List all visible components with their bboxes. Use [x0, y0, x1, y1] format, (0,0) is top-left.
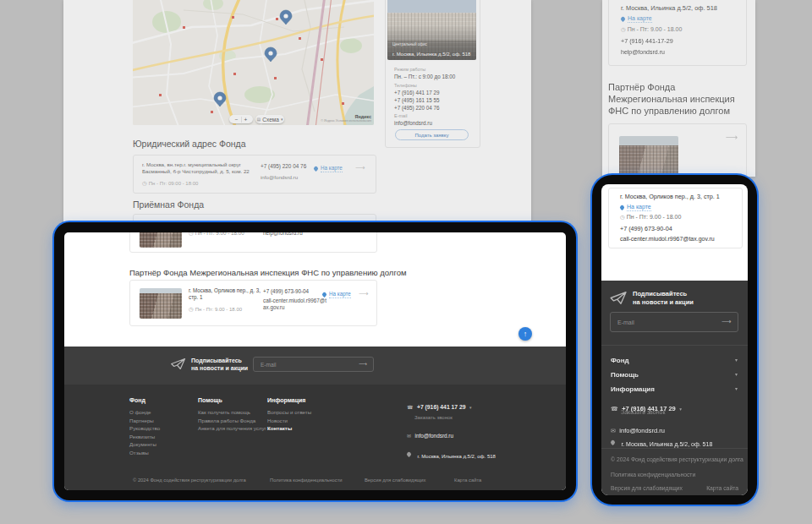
office-email[interactable]: info@fondsrd.ru	[394, 120, 432, 126]
zoom-in-button[interactable]: +	[242, 117, 250, 123]
partner-address: г. Москва, Орликов пер., д. 3, стр. 1	[620, 193, 720, 200]
privacy-link[interactable]: Политика конфиденциальности	[270, 478, 343, 483]
office-email[interactable]: help@fondsrd.ru	[621, 49, 665, 55]
callback-link[interactable]: Заказать звонок	[621, 409, 665, 415]
office-photo: Центральный офис г. Москва, Ильинка д.5/…	[387, 0, 476, 60]
menu-item-info[interactable]: Информация	[611, 385, 655, 393]
office-phone[interactable]: +7 (916) 441-17-29	[621, 37, 673, 45]
menu-item-help[interactable]: Помощь	[611, 371, 639, 379]
office-phone[interactable]: +7 (916) 441 17 29	[394, 90, 439, 96]
legal-hours: ◷Пн - Пт: 09:00 - 18:00	[142, 180, 198, 187]
divider	[601, 345, 748, 346]
chevron-down-icon[interactable]: ▾	[735, 385, 738, 391]
location-pin-icon	[321, 292, 327, 297]
paper-plane-icon	[171, 358, 186, 370]
clock-icon: ◷	[189, 306, 194, 312]
arrow-right-icon[interactable]: ⟶	[355, 164, 365, 172]
footer-link-contacts[interactable]: Контакты	[267, 424, 311, 433]
reception-title: Приёмная Фонда	[133, 199, 204, 210]
footer-link[interactable]: Анкета для получения услуг	[198, 424, 266, 433]
desktop-artboard: − + ▤ Схема ▾ Яндекс © Яндекс Условия ис…	[63, 0, 531, 230]
arrow-right-icon[interactable]: ⟶	[359, 290, 368, 297]
partner-email[interactable]: call-center.miudol.r9967@tax.gov.ru	[263, 297, 329, 311]
envelope-icon: ✉	[611, 428, 616, 434]
footer-link[interactable]: Партнеры	[129, 417, 160, 425]
legal-phone[interactable]: +7 (495) 220 04 76	[261, 163, 306, 169]
yandex-logo: Яндекс	[321, 114, 371, 120]
footer-link[interactable]: Правила работы Фонда	[198, 417, 266, 425]
envelope-icon: ✉	[407, 434, 411, 439]
mobile-partner-card: ⟶	[608, 123, 747, 177]
copyright: © 2024 Фонд содействия реструктуризации …	[133, 478, 246, 483]
map-layer-switcher[interactable]: ▤ Схема ▾	[255, 115, 284, 123]
map-zoom-control[interactable]: − +	[229, 115, 253, 123]
subscribe-submit-arrow[interactable]: ⟶	[721, 318, 731, 325]
subscribe-submit-arrow[interactable]: ⟶	[359, 361, 367, 368]
phone-footer: Подписывайтесь на новости и акции ⟶ Фонд…	[601, 281, 748, 495]
footer-link[interactable]: Реквизиты	[129, 433, 160, 441]
clock-icon: ◷	[620, 214, 625, 220]
office-address-overlay: г. Москва, Ильинка д.5/2, оф. 518	[392, 52, 473, 57]
chevron-down-icon[interactable]: ▾	[735, 371, 738, 377]
clock-icon: ◷	[142, 180, 147, 186]
arrow-right-icon[interactable]: ⟶	[726, 133, 738, 142]
footer-link[interactable]: Руководство	[129, 424, 160, 433]
footer-link[interactable]: О фонде	[129, 408, 160, 417]
map[interactable]: − + ▤ Схема ▾ Яндекс © Яндекс Условия ис…	[133, 0, 374, 125]
reception-photo	[140, 232, 182, 248]
copyright: © 2024 Фонд содействия реструктуризации …	[611, 456, 743, 462]
partner-email[interactable]: call-center.miudol.r9967@tax.gov.ru	[620, 236, 715, 242]
email-label: E-mail	[394, 113, 408, 118]
footer-link[interactable]: Новости	[267, 417, 311, 425]
scroll-to-top-button[interactable]: ↑	[518, 327, 532, 341]
footer-link[interactable]: Вопросы и ответы	[267, 408, 311, 417]
footer-link[interactable]: Как получить помощь	[198, 408, 266, 417]
legal-map-link[interactable]: На карте	[314, 165, 343, 172]
clock-icon: ◷	[189, 232, 194, 236]
sitemap-link[interactable]: Карта сайта	[454, 478, 481, 483]
office-phone[interactable]: +7 (495) 220 04 76	[394, 105, 439, 111]
reception-email[interactable]: help@fondsrd.ru	[263, 232, 303, 236]
phone-icon: ☎	[407, 405, 413, 410]
accessibility-link[interactable]: Версия для слабовидящих	[365, 478, 426, 483]
partner-phone[interactable]: +7 (499) 673-90-04	[263, 288, 309, 294]
partner-card: г. Москва, Орликов пер., д. 3, стр. 1 На…	[608, 188, 743, 248]
map-terms-link[interactable]: © Яндекс Условия использования	[321, 119, 371, 123]
chevron-down-icon: ▾	[469, 405, 472, 410]
map-attribution: Яндекс © Яндекс Условия использования	[321, 114, 371, 123]
phone-icon: ☎	[611, 406, 618, 412]
chevron-down-icon[interactable]: ▾	[735, 357, 738, 363]
phones-label: Телефоны	[394, 83, 417, 88]
zoom-out-button[interactable]: −	[233, 117, 242, 123]
partner-hours: ◷Пн - Пт: 9.00 - 18.00	[620, 214, 681, 221]
phone-device-frame: г. Москва, Орликов пер., д. 3, стр. 1 На…	[592, 175, 757, 505]
phone-screen: г. Москва, Орликов пер., д. 3, стр. 1 На…	[601, 184, 748, 495]
legal-address-card: г. Москва, вн.тер.г. муниципальный округ…	[133, 155, 376, 194]
footer-email-row[interactable]: ✉ info@fondsrd.ru	[407, 426, 496, 441]
partner-photo	[140, 288, 182, 319]
partner-phone[interactable]: +7 (499) 673-90-04	[620, 225, 672, 232]
map-link[interactable]: На карте	[621, 15, 652, 23]
footer-col-info: Информация Вопросы и ответы Новости Конт…	[267, 397, 311, 433]
privacy-link[interactable]: Политика конфиденциальности	[611, 472, 695, 478]
footer-link[interactable]: Документы	[129, 440, 160, 449]
subscribe-bar: Подписывайтесь на новости и акции ⟶	[64, 347, 566, 385]
apply-button[interactable]: Подать заявку	[395, 129, 469, 140]
sitemap-link[interactable]: Карта сайта	[706, 485, 738, 491]
footer-phone-row[interactable]: ☎ +7 (916) 441 17 29 ▾	[407, 397, 496, 412]
legal-email[interactable]: info@fondsrd.ru	[261, 174, 298, 180]
partner-map-link[interactable]: На карте	[322, 291, 351, 298]
subscribe-title: Подписывайтесь на новости и акции	[633, 290, 694, 306]
office-hours: Пн. – Пт.: с 9:00 до 18:00	[394, 74, 455, 79]
menu-item-fund[interactable]: Фонд	[611, 357, 629, 364]
subscribe-email-input[interactable]	[253, 357, 374, 372]
office-phone[interactable]: +7 (495) 161 15 55	[394, 97, 439, 103]
footer-link[interactable]: Отзывы	[129, 449, 160, 457]
tablet-screen: ◷Пн - Пт: 9.00 - 18.00 help@fondsrd.ru П…	[64, 232, 566, 490]
partner-map-link[interactable]: На карте	[620, 204, 651, 211]
subscribe-email-input[interactable]	[610, 312, 738, 332]
callback-link[interactable]: Заказать звонок	[414, 415, 496, 420]
office-address: г. Москва, Ильинка д.5/2, оф. 518	[621, 4, 717, 12]
location-pin-icon	[406, 451, 412, 457]
accessibility-link[interactable]: Версия для слабовидящих	[611, 485, 683, 491]
